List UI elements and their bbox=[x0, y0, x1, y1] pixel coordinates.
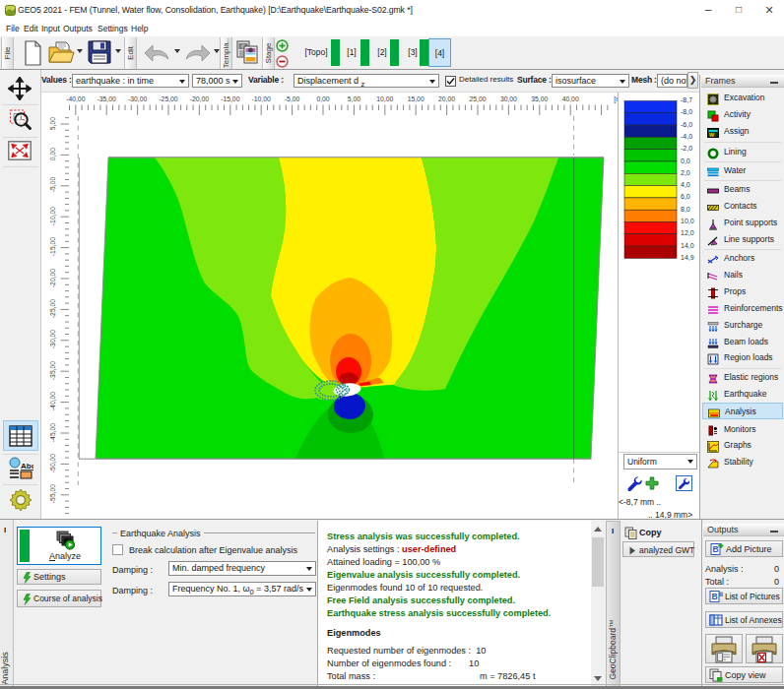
svg-text:B: B bbox=[713, 544, 719, 554]
svg-text:B: B bbox=[712, 592, 718, 601]
svg-text:Abc: Abc bbox=[21, 462, 33, 470]
svg-text:W: W bbox=[709, 132, 715, 138]
